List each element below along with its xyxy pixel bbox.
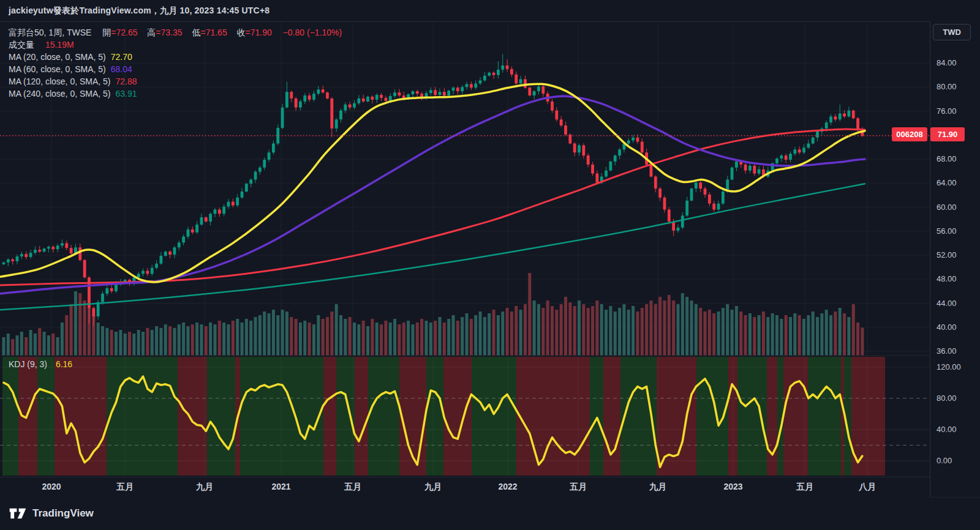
time-axis-label: 九月 <box>424 482 442 493</box>
price-axis-label: 68.00 <box>937 154 957 163</box>
ma120-value: 72.88 <box>116 77 137 86</box>
price-axis-label: 52.00 <box>937 250 957 259</box>
ma20-value: 72.70 <box>111 52 132 62</box>
kdj-axis-label: 40.00 <box>937 425 957 434</box>
currency-button[interactable]: TWD <box>933 24 971 40</box>
price-axis-label: 36.00 <box>937 346 957 356</box>
time-axis-label: 2020 <box>42 482 61 491</box>
last-price-tag: 71.90 <box>930 127 965 141</box>
time-axis-label: 2022 <box>498 482 517 491</box>
price-axis-label: 40.00 <box>937 323 957 332</box>
time-axis-label: 五月 <box>116 482 134 493</box>
ohlc-high: 高=73.35 <box>147 28 182 37</box>
time-axis-label: 2021 <box>271 482 290 491</box>
chart-area[interactable]: 富邦台50, 1周, TWSE 開=72.65 高=73.35 低=71.65 … <box>0 0 930 497</box>
time-axis-label: 五月 <box>570 482 587 493</box>
price-axis-label: 56.00 <box>937 226 957 236</box>
legend: 富邦台50, 1周, TWSE 開=72.65 高=73.35 低=71.65 … <box>9 26 342 100</box>
ohlc-close: 收=71.90 <box>237 28 272 37</box>
kdj-value: 6.16 <box>56 359 72 369</box>
kdj-axis-label: 120.00 <box>937 362 961 371</box>
last-price-symbol-tag: 006208 <box>892 127 927 141</box>
ma240-row: MA (240, close, 0, SMA, 5)63.91 <box>9 88 342 100</box>
ma60-label: MA (60, close, 0, SMA, 5) <box>9 64 106 74</box>
time-axis-label: 九月 <box>649 482 666 493</box>
time-axis[interactable]: 2020五月九月2021五月九月2022五月九月2023五月八月 <box>0 477 930 498</box>
symbol-row: 富邦台50, 1周, TWSE 開=72.65 高=73.35 低=71.65 … <box>9 26 342 39</box>
ma20-label: MA (20, close, 0, SMA, 5) <box>9 52 106 62</box>
price-axis-label: 76.00 <box>937 106 957 116</box>
price-axis-label: 48.00 <box>937 274 957 283</box>
time-axis-label: 八月 <box>859 482 876 493</box>
ohlc-low: 低=71.65 <box>192 28 227 37</box>
ma60-row: MA (60, close, 0, SMA, 5)68.04 <box>9 63 342 75</box>
price-axis-label: 80.00 <box>937 82 957 91</box>
tradingview-logo[interactable]: TradingView <box>9 506 94 521</box>
kdj-axis-label: 0.00 <box>937 456 952 465</box>
change-value: −0.80 (−1.10%) <box>283 28 342 37</box>
ohlc-open: 開=72.65 <box>102 28 137 37</box>
price-axis[interactable]: TWD 71.90 84.0080.0076.0068.0064.0060.00… <box>930 21 980 497</box>
price-axis-label: 44.00 <box>937 299 957 308</box>
kdj-axis-label: 80.00 <box>937 394 957 403</box>
ma20-row: MA (20, close, 0, SMA, 5)72.70 <box>9 51 342 63</box>
time-axis-label: 五月 <box>796 482 813 493</box>
ma240-value: 63.91 <box>116 89 137 99</box>
volume-label: 成交量 <box>9 40 34 50</box>
price-axis-label: 64.00 <box>937 178 957 187</box>
time-axis-label: 九月 <box>196 482 213 493</box>
time-axis-label: 五月 <box>344 482 361 493</box>
price-axis-label: 60.00 <box>937 203 957 212</box>
kdj-label: KDJ (9, 3) <box>9 359 47 369</box>
symbol-title: 富邦台50, 1周, TWSE <box>9 28 91 37</box>
tradingview-logo-text: TradingView <box>32 507 94 520</box>
ma240-label: MA (240, close, 0, SMA, 5) <box>9 89 111 99</box>
kdj-legend: KDJ (9, 3) 6.16 <box>9 358 72 370</box>
price-axis-label: 84.00 <box>937 58 957 67</box>
ma60-value: 68.04 <box>111 64 132 74</box>
footer-bar: TradingView <box>0 497 980 530</box>
volume-row: 成交量 15.19M <box>9 39 342 51</box>
ma120-label: MA (120, close, 0, SMA, 5) <box>9 77 111 86</box>
time-axis-label: 2023 <box>723 482 742 491</box>
ma120-row: MA (120, close, 0, SMA, 5)72.88 <box>9 75 342 88</box>
tradingview-snapshot: jackieyutw發表於TradingView.com，九月 10, 2023… <box>0 0 980 530</box>
volume-value: 15.19M <box>45 40 74 50</box>
tradingview-logo-icon <box>9 506 27 521</box>
